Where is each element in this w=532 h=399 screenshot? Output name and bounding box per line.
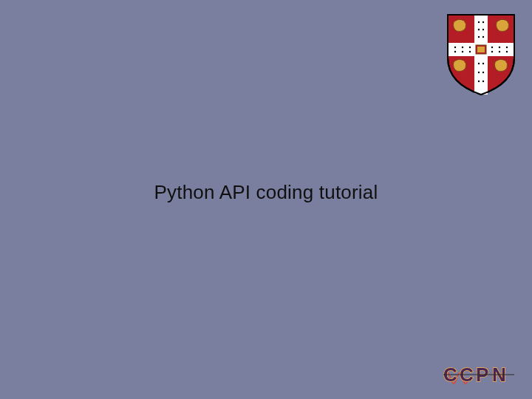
- svg-point-11: [499, 47, 500, 48]
- svg-point-3: [478, 29, 480, 30]
- svg-point-8: [462, 47, 463, 48]
- svg-point-19: [478, 63, 480, 64]
- university-crest-icon: [446, 13, 516, 96]
- svg-point-23: [478, 81, 480, 82]
- svg-point-13: [454, 51, 456, 52]
- svg-point-15: [469, 51, 471, 52]
- svg-point-9: [469, 47, 471, 48]
- svg-point-22: [482, 72, 484, 73]
- svg-point-6: [482, 36, 484, 38]
- svg-point-10: [491, 47, 493, 48]
- svg-point-24: [482, 81, 484, 82]
- svg-point-21: [478, 72, 480, 73]
- svg-point-1: [478, 21, 480, 23]
- svg-point-17: [499, 51, 500, 52]
- svg-point-4: [482, 29, 484, 30]
- svg-point-16: [491, 51, 493, 52]
- svg-rect-26: [477, 47, 485, 52]
- svg-point-20: [482, 63, 484, 64]
- svg-point-5: [478, 36, 480, 38]
- svg-point-14: [462, 51, 463, 52]
- ccpn-logo-icon: C C P N: [443, 362, 514, 387]
- slide: Python API coding tutorial C C P N: [0, 0, 532, 399]
- svg-point-2: [482, 21, 484, 23]
- svg-point-12: [506, 47, 508, 48]
- slide-title: Python API coding tutorial: [0, 181, 532, 204]
- svg-point-18: [506, 51, 508, 52]
- svg-point-7: [454, 47, 456, 48]
